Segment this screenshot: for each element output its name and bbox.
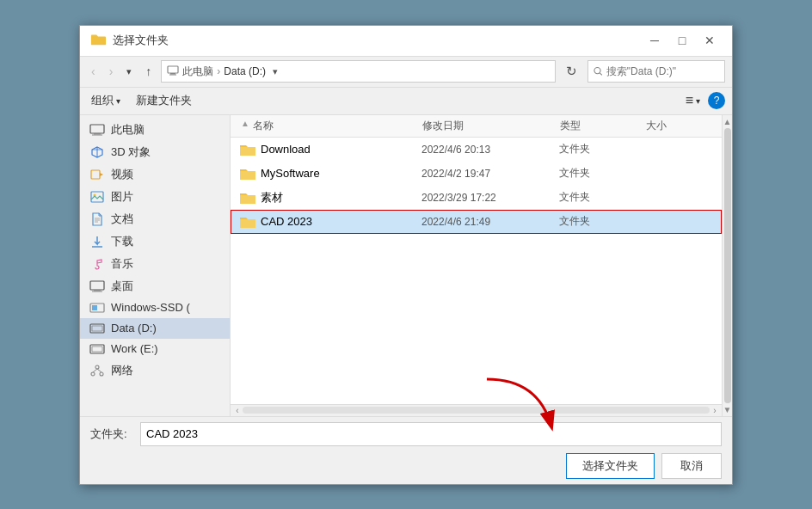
col-type-header[interactable]: 类型 xyxy=(560,119,646,133)
sidebar-label-network: 网络 xyxy=(111,363,133,378)
up-button[interactable]: ↑ xyxy=(141,62,156,81)
sidebar-item-desktop[interactable]: 桌面 xyxy=(80,275,230,297)
sidebar-label-download: 下载 xyxy=(111,234,133,249)
folder-icon-cad2023 xyxy=(238,214,257,230)
svg-point-28 xyxy=(100,372,103,376)
vscroll-down[interactable]: ▼ xyxy=(723,405,732,414)
organize-button[interactable]: 组织 ▾ xyxy=(87,91,125,110)
sidebar-item-video[interactable]: 视频 xyxy=(80,163,230,186)
picture-icon xyxy=(89,190,106,204)
svg-rect-24 xyxy=(90,324,104,333)
file-date-download: 2022/4/6 20:13 xyxy=(421,144,559,156)
svg-rect-20 xyxy=(94,290,101,291)
close-button[interactable]: ✕ xyxy=(698,32,722,49)
computer-icon xyxy=(89,123,106,137)
vscroll-up[interactable]: ▲ xyxy=(723,117,732,126)
select-folder-button[interactable]: 选择文件夹 xyxy=(566,453,655,479)
content-area: ▲ 名称 修改日期 类型 大小 Download 2022/4/6 20:13 … xyxy=(231,115,722,404)
cube-icon xyxy=(89,145,106,159)
folder-icon-download xyxy=(238,142,257,157)
refresh-button[interactable]: ↻ xyxy=(561,61,582,82)
folder-title-icon xyxy=(90,33,106,49)
vertical-scrollbar[interactable]: ▲ ▼ xyxy=(722,115,732,416)
music-icon xyxy=(89,257,106,271)
address-computer: 此电脑 xyxy=(182,64,213,79)
sidebar-item-download[interactable]: 下载 xyxy=(80,230,230,253)
file-name-sucai: 素材 xyxy=(261,190,421,205)
col-name-header[interactable]: 名称 xyxy=(253,119,422,133)
svg-line-4 xyxy=(600,73,602,76)
search-input[interactable] xyxy=(606,65,719,77)
hscroll-left[interactable]: ‹ xyxy=(232,406,243,415)
new-folder-button[interactable]: 新建文件夹 xyxy=(132,91,196,110)
svg-line-30 xyxy=(97,369,102,372)
address-bar: 此电脑 › Data (D:) ▾ xyxy=(161,60,556,83)
second-toolbar: 组织 ▾ 新建文件夹 ≡ ▾ ? xyxy=(80,88,732,115)
network-icon xyxy=(89,364,106,377)
col-size-header[interactable]: 大小 xyxy=(646,119,715,133)
file-type-sucai: 文件夹 xyxy=(559,190,645,205)
svg-rect-6 xyxy=(94,133,101,135)
file-type-mysoftware: 文件夹 xyxy=(559,166,645,181)
sidebar-item-windows-ssd[interactable]: Windows-SSD ( xyxy=(80,297,230,318)
data-drive-icon xyxy=(89,322,106,335)
folder-icon-mysoftware xyxy=(238,166,257,181)
svg-point-26 xyxy=(95,365,99,369)
sidebar-item-music[interactable]: 音乐 xyxy=(80,253,230,275)
sidebar-label-music: 音乐 xyxy=(111,256,133,272)
file-row-mysoftware[interactable]: MySoftware 2022/4/2 19:47 文件夹 xyxy=(231,162,722,186)
address-drive: Data (D:) xyxy=(224,65,266,77)
cancel-button[interactable]: 取消 xyxy=(661,453,722,479)
sidebar-label-picture: 图片 xyxy=(111,189,133,205)
svg-point-3 xyxy=(594,68,600,74)
view-button[interactable]: ≡ ▾ xyxy=(681,91,704,110)
sidebar-label-video: 视频 xyxy=(111,167,133,182)
download-icon xyxy=(89,235,106,248)
document-icon xyxy=(89,212,106,226)
svg-rect-1 xyxy=(170,73,175,75)
file-type-download: 文件夹 xyxy=(559,142,645,156)
dropdown-button[interactable]: ▾ xyxy=(122,64,136,80)
sidebar-item-work-e[interactable]: Work (E:) xyxy=(80,339,230,359)
svg-point-27 xyxy=(91,372,95,376)
bottom-bar: 文件夹: 选择文件夹 取消 xyxy=(80,416,732,484)
forward-button[interactable]: › xyxy=(105,62,118,81)
sidebar-label-document: 文档 xyxy=(111,212,133,227)
file-row-cad2023[interactable]: CAD 2023 2022/4/6 21:49 文件夹 xyxy=(231,210,722,234)
sidebar-item-document[interactable]: 文档 xyxy=(80,208,230,230)
minimize-button[interactable]: ─ xyxy=(643,32,667,49)
horizontal-scrollbar[interactable]: ‹ › xyxy=(231,404,722,416)
windows-drive-icon xyxy=(89,301,106,315)
sidebar-item-picture[interactable]: 图片 xyxy=(80,186,230,208)
dialog-title: 选择文件夹 xyxy=(113,33,169,48)
file-date-mysoftware: 2022/4/2 19:47 xyxy=(421,168,559,180)
svg-line-29 xyxy=(93,369,97,372)
sidebar-item-computer[interactable]: 此电脑 xyxy=(80,119,230,141)
svg-marker-12 xyxy=(100,173,103,176)
search-box[interactable] xyxy=(587,60,725,83)
sidebar-item-network[interactable]: 网络 xyxy=(80,359,230,382)
sidebar-label-data-d: Data (D:) xyxy=(111,322,157,334)
file-row-download[interactable]: Download 2022/4/6 20:13 文件夹 xyxy=(231,138,722,162)
col-date-header[interactable]: 修改日期 xyxy=(422,119,560,133)
vscroll-thumb[interactable] xyxy=(724,128,731,403)
svg-rect-23 xyxy=(92,305,97,310)
help-button[interactable]: ? xyxy=(708,92,725,109)
sidebar-item-3d[interactable]: 3D 对象 xyxy=(80,141,230,163)
hscroll-right[interactable]: › xyxy=(710,406,720,415)
address-dropdown-button[interactable]: ▾ xyxy=(269,66,281,77)
folder-input[interactable] xyxy=(140,422,722,446)
sidebar-item-data-d[interactable]: Data (D:) xyxy=(80,318,230,339)
file-row-sucai[interactable]: 素材 2022/3/29 17:22 文件夹 xyxy=(231,186,722,210)
svg-rect-25 xyxy=(90,345,104,353)
file-date-cad2023: 2022/4/6 21:49 xyxy=(421,216,559,228)
folder-label: 文件夹: xyxy=(90,426,133,442)
sidebar: 此电脑 3D 对象 视频 图片 xyxy=(80,115,231,416)
title-bar: 选择文件夹 ─ □ ✕ xyxy=(80,26,732,57)
nav-toolbar: ‹ › ▾ ↑ 此电脑 › Data (D:) ▾ ↻ xyxy=(80,57,732,88)
maximize-button[interactable]: □ xyxy=(670,32,694,49)
sidebar-label-work-e: Work (E:) xyxy=(111,342,158,355)
back-button[interactable]: ‹ xyxy=(87,62,100,81)
svg-rect-19 xyxy=(90,281,104,290)
file-list: Download 2022/4/6 20:13 文件夹 MySoftware 2… xyxy=(231,138,722,404)
